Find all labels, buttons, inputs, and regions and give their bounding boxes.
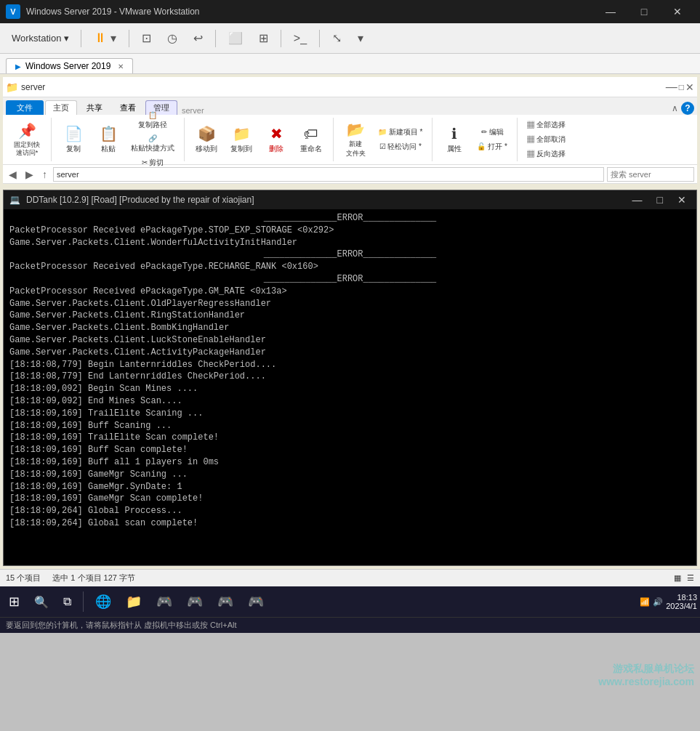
- paste-shortcut-button[interactable]: 🔗 粘贴快捷方式: [127, 133, 178, 155]
- ribbon-tab-home-label: 主页: [53, 103, 69, 112]
- search-input[interactable]: [607, 167, 694, 182]
- selected-info: 选中 1 个项目 127 字节: [52, 573, 135, 583]
- pin-quick-access-button[interactable]: 📌 固定到快速访问*: [9, 119, 45, 160]
- window-title: Windows Server 2019 - VMware Workstation: [26, 7, 588, 17]
- move-icon: 📦: [198, 125, 216, 142]
- stretch-button[interactable]: ⤡: [326, 28, 348, 49]
- workstation-label: Workstation: [12, 33, 61, 44]
- vm-settings-icon: ⊡: [142, 32, 151, 44]
- explorer-maximize-button[interactable]: □: [679, 82, 684, 92]
- search-button[interactable]: 🔍: [28, 592, 55, 612]
- vm-settings-button[interactable]: ⊡: [135, 28, 158, 49]
- edit-label: ✏ 编辑: [481, 127, 504, 137]
- copy-icon: 📄: [65, 125, 83, 142]
- app2-icon: 🎮: [187, 594, 203, 609]
- folder-button[interactable]: 📁: [120, 591, 148, 613]
- console-close-button[interactable]: ✕: [673, 194, 691, 206]
- rename-button[interactable]: 🏷 重命名: [295, 119, 327, 160]
- vm-tab[interactable]: ▶ Windows Server 2019 ✕: [6, 58, 133, 73]
- start-button[interactable]: ⊞: [3, 591, 25, 613]
- forward-button[interactable]: ▶: [23, 167, 36, 182]
- vm-tab-close-icon[interactable]: ✕: [118, 62, 124, 70]
- paste-label: 粘贴: [101, 144, 116, 154]
- app2-button[interactable]: 🎮: [181, 591, 209, 613]
- task-view-button[interactable]: ⧉: [57, 592, 77, 611]
- ribbon-toolbar: 📌 固定到快速访问* 📄 复制 📋 粘贴: [3, 115, 697, 164]
- app1-button[interactable]: 🎮: [150, 591, 178, 613]
- clipboard-extra: 📋 复制路径 🔗 粘贴快捷方式 ✂ 剪切: [127, 110, 178, 169]
- snapshot-icon: ◷: [167, 32, 177, 44]
- status-bar-right: ▦ ☰: [674, 573, 694, 583]
- console-maximize-button[interactable]: □: [653, 194, 667, 206]
- app4-button[interactable]: 🎮: [242, 591, 270, 613]
- ribbon-tab-home[interactable]: 主页: [45, 100, 77, 115]
- console-line: Game.Server.Packets.Client.BombKingHandl…: [9, 322, 691, 334]
- explorer-minimize-button[interactable]: —: [666, 81, 677, 94]
- maximize-button[interactable]: □: [627, 0, 661, 23]
- minimize-button[interactable]: —: [594, 0, 627, 23]
- console-minimize-button[interactable]: —: [628, 194, 647, 206]
- toolbar-sep-2: [129, 30, 129, 47]
- app3-button[interactable]: 🎮: [212, 591, 239, 613]
- rename-icon: 🏷: [304, 126, 318, 142]
- vm-tab-bar: ▶ Windows Server 2019 ✕: [0, 54, 700, 74]
- invert-select-button[interactable]: ▦ 反向选择: [523, 148, 569, 161]
- address-input[interactable]: [53, 167, 604, 182]
- open-button[interactable]: 🔓 打开 *: [473, 140, 510, 153]
- console-titlebar: 💻 DDTank [10.2.9] [Road] [Produced by th…: [4, 190, 696, 209]
- easy-access-button[interactable]: ☑ 轻松访问 *: [374, 140, 426, 153]
- ribbon-collapse-button[interactable]: ∧: [672, 103, 678, 113]
- view-icon-1[interactable]: ▦: [674, 573, 681, 583]
- ribbon-tab-file[interactable]: 文件: [6, 100, 44, 115]
- fullscreen-button[interactable]: ⬜: [222, 28, 249, 49]
- ribbon-tab-share[interactable]: 共享: [79, 100, 110, 115]
- stretch-dropdown-icon: ▾: [358, 32, 363, 44]
- snapshot-button[interactable]: ◷: [161, 28, 184, 49]
- new-item-group: 📁 新建项目 * ☑ 轻松访问 *: [374, 126, 426, 153]
- console-output[interactable]: ______________ERROR______________PacketP…: [4, 209, 696, 565]
- up-button[interactable]: ↑: [39, 167, 50, 182]
- new-folder-button[interactable]: 📂 新建文件夹: [339, 119, 371, 160]
- watermark-line2: www.restorejia.com: [598, 676, 694, 687]
- terminal-button[interactable]: >_: [287, 28, 313, 49]
- close-button[interactable]: ✕: [661, 0, 694, 23]
- taskbar-right: 📶 🔊 18:13 2023/4/1: [640, 593, 697, 610]
- select-all-button[interactable]: ▦ 全部选择: [523, 118, 569, 132]
- stretch-dropdown[interactable]: ▾: [351, 28, 370, 49]
- back-button[interactable]: ◀: [6, 167, 20, 182]
- console-line: ______________ERROR______________: [9, 273, 691, 286]
- select-none-label: ▦ 全部取消: [527, 134, 566, 145]
- ribbon-group-open: ℹ 属性 ✏ 编辑 🔓 打开 *: [438, 118, 517, 161]
- edge-button[interactable]: 🌐: [89, 591, 117, 613]
- explorer-close-button[interactable]: ✕: [685, 81, 694, 93]
- properties-label: 属性: [447, 144, 462, 154]
- workstation-menu[interactable]: Workstation ▾: [6, 30, 75, 47]
- copy-button[interactable]: 📄 复制: [57, 119, 89, 160]
- copy-path-label: 复制路径: [138, 120, 167, 130]
- delete-button[interactable]: ✖ 删除: [260, 119, 292, 160]
- move-to-button[interactable]: 📦 移动到: [190, 119, 222, 160]
- paste-button[interactable]: 📋 粘贴: [92, 119, 124, 160]
- unity-button[interactable]: ⊞: [252, 28, 275, 49]
- select-all-label: ▦ 全部选择: [527, 120, 566, 130]
- pause-dropdown: ▾: [110, 32, 116, 44]
- view-icon-2[interactable]: ☰: [687, 573, 694, 583]
- app1-icon: 🎮: [156, 594, 172, 609]
- console-line: [18:18:09,169] GameMgr.SynDate: 1: [9, 481, 691, 493]
- restore-button[interactable]: ↩: [187, 28, 209, 49]
- console-line: [18:18:09,169] TrailElite Scan complete!: [9, 432, 691, 444]
- explorer-icon: 📁: [6, 81, 18, 93]
- ribbon-group-clipboard: 📄 复制 📋 粘贴 📋 复制路径 🔗 粘贴: [57, 118, 185, 161]
- fullscreen-icon: ⬜: [228, 32, 243, 44]
- ribbon-tab-share-label: 共享: [87, 103, 102, 112]
- copy-to-button[interactable]: 📁 复制到: [225, 119, 257, 160]
- new-item-button[interactable]: 📁 新建项目 *: [374, 126, 426, 139]
- edit-button[interactable]: ✏ 编辑: [473, 126, 510, 139]
- copy-path-button[interactable]: 📋 复制路径: [127, 110, 178, 132]
- console-line: Game.Server.Packets.Client.LuckStoneEnab…: [9, 334, 691, 347]
- select-none-button[interactable]: ▦ 全部取消: [523, 133, 569, 146]
- ribbon-help-button[interactable]: ?: [681, 102, 694, 115]
- pause-button[interactable]: ⏸ ▾: [87, 27, 122, 49]
- console-line: [18:18:09,169] GameMgr Scan complete!: [9, 493, 691, 505]
- properties-button[interactable]: ℹ 属性: [438, 119, 470, 160]
